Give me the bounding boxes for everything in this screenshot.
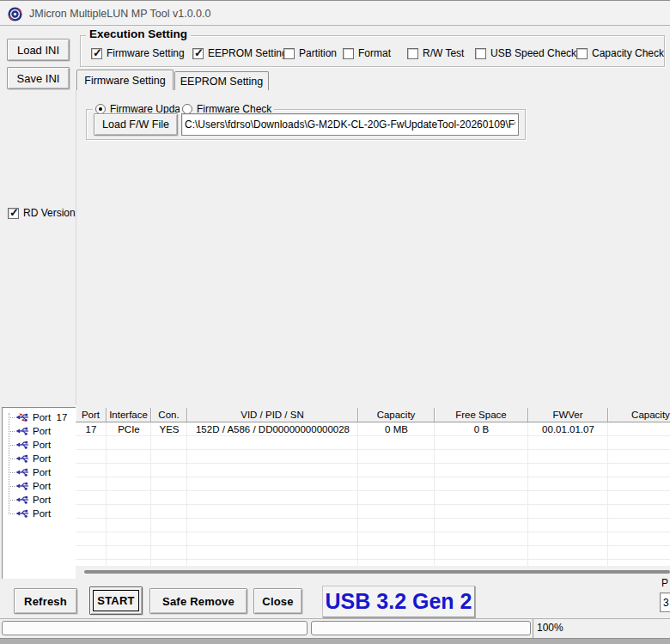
port-tree-panel: Port 17 Port Port — [2, 407, 76, 579]
tree-branch-line — [9, 417, 15, 418]
port-tree-item-label: Port — [33, 453, 51, 464]
device-table: Port Interface Con. VID / PID / SN Capac… — [76, 408, 670, 566]
checkbox-box — [475, 48, 486, 59]
load-ini-button[interactable]: Load INI — [7, 39, 70, 61]
checkbox-box — [407, 48, 418, 59]
usb-icon — [15, 467, 29, 477]
checkbox-box — [343, 48, 354, 59]
rd-version-checkbox[interactable]: RD Version — [8, 207, 76, 219]
exec-checkbox-firmware-setting[interactable]: Firmware Setting — [91, 47, 185, 59]
port-tree-item[interactable]: Port — [3, 438, 76, 452]
usb-icon — [15, 495, 29, 505]
window-bottom-edge — [0, 638, 670, 644]
safe-remove-button[interactable]: Safe Remove — [149, 588, 247, 614]
device-table-body: 17 PCIe YES 152D / A586 / DD000000000000… — [76, 422, 670, 566]
port-tree-item-label: Port — [33, 481, 51, 491]
port-tree-item-17[interactable]: Port 17 — [3, 410, 76, 424]
execution-setting-title: Execution Setting — [86, 27, 191, 40]
port-tree-item-label: Port — [33, 467, 51, 477]
column-header-vid-pid-sn[interactable]: VID / PID / SN — [187, 408, 358, 422]
port-tree-item-label: Port — [33, 426, 51, 436]
progress-bar-current — [311, 621, 531, 635]
cell-port: 17 — [76, 422, 107, 436]
tab-page-border — [76, 90, 76, 404]
port-tree-item-label: Port 17 — [33, 412, 67, 422]
cell-fwver: 00.01.01.07 — [528, 422, 608, 436]
checkbox-label: Format — [358, 47, 391, 59]
port-tree-item-label: Port — [33, 508, 51, 519]
column-header-fwver[interactable]: FWVer — [528, 408, 608, 422]
fw-file-path-input[interactable] — [181, 113, 519, 136]
save-ini-button[interactable]: Save INI — [7, 67, 70, 89]
exec-checkbox-partition[interactable]: Partition — [283, 47, 337, 59]
start-button[interactable]: START — [89, 586, 143, 615]
tree-branch-line — [9, 472, 15, 473]
port-tree-item-label: Port — [33, 440, 51, 450]
jmicron-logo-icon — [8, 7, 22, 21]
usb-icon — [15, 508, 29, 519]
tab-firmware-setting[interactable]: Firmware Setting — [76, 70, 174, 90]
port-tree-item[interactable]: Port — [3, 452, 76, 465]
checkbox-box — [192, 48, 204, 59]
tree-branch-line — [9, 500, 15, 501]
title-bar[interactable]: JMicron MultipleLUN MP Tool v1.0.0.0 — [0, 2, 670, 26]
load-fw-file-button[interactable]: Load F/W File — [94, 113, 178, 136]
usb-connected-icon — [15, 412, 29, 422]
progress-percent-text: 100% — [537, 621, 563, 635]
exec-checkbox-capacity-check[interactable]: Capacity Check — [576, 47, 664, 59]
tab-eeprom-setting[interactable]: EEPROM Setting — [174, 71, 269, 90]
checkbox-box — [283, 48, 295, 59]
port-tree-item[interactable]: Port — [3, 479, 76, 493]
table-gridlines — [76, 422, 670, 566]
column-header-port[interactable]: Port — [76, 408, 107, 422]
checkbox-box — [576, 48, 588, 59]
tree-branch-line — [9, 513, 15, 514]
cell-interface: PCIe — [107, 422, 151, 436]
window-title: JMicron MultipleLUN MP Tool v1.0.0.0 — [29, 2, 210, 26]
column-header-free-space[interactable]: Free Space — [435, 408, 528, 422]
statusbar-divider — [533, 619, 533, 638]
cell-vid-pid-sn: 152D / A586 / DD00000000000028 — [187, 422, 358, 436]
checkbox-label: EEPROM Setting — [208, 47, 288, 59]
port-spinner-input[interactable] — [660, 592, 670, 612]
port-tree-item[interactable]: Port — [3, 507, 76, 520]
usb-speed-badge: USB 3.2 Gen 2 — [322, 586, 475, 617]
tree-branch-line — [9, 459, 15, 459]
port-tree-item[interactable]: Port — [3, 465, 76, 479]
app-window: JMicron MultipleLUN MP Tool v1.0.0.0 Loa… — [0, 0, 670, 644]
exec-checkbox-format[interactable]: Format — [343, 47, 391, 59]
checkbox-label: R/W Test — [423, 47, 464, 59]
usb-icon — [15, 481, 29, 491]
close-button[interactable]: Close — [253, 588, 302, 614]
cell-capacity: 0 MB — [358, 422, 435, 436]
checkbox-label: Partition — [299, 47, 337, 59]
checkbox-label: USB Speed Check — [490, 47, 576, 59]
tree-branch-line — [9, 431, 15, 432]
refresh-button[interactable]: Refresh — [14, 588, 77, 614]
exec-checkbox-rw-test[interactable]: R/W Test — [407, 47, 464, 59]
tree-branch-line — [9, 445, 15, 446]
port-tree-item-label: Port — [33, 495, 51, 505]
checkbox-label: Firmware Setting — [107, 47, 185, 59]
checkbox-label: Capacity Check — [592, 47, 664, 59]
column-header-interface[interactable]: Interface — [107, 408, 151, 422]
checkbox-box — [8, 208, 19, 219]
usb-icon — [15, 453, 29, 464]
usb-icon — [15, 440, 29, 450]
horizontal-scrollbar-thumb[interactable] — [84, 570, 670, 574]
column-header-capacity[interactable]: Capacity — [358, 408, 435, 422]
column-header-con[interactable]: Con. — [151, 408, 187, 422]
port-spinner-label: P — [661, 577, 668, 589]
exec-checkbox-usb-speed-check[interactable]: USB Speed Check — [475, 47, 576, 59]
exec-checkbox-eeprom-setting[interactable]: EEPROM Setting — [192, 47, 288, 59]
port-tree-item[interactable]: Port — [3, 424, 76, 438]
device-table-header: Port Interface Con. VID / PID / SN Capac… — [76, 408, 670, 422]
rd-version-label: RD Version — [23, 207, 76, 219]
column-header-capacity-check[interactable]: Capacity Chec — [608, 408, 670, 422]
cell-con: YES — [151, 422, 187, 436]
progress-bar-total — [2, 621, 308, 635]
cell-free-space: 0 B — [435, 422, 528, 436]
port-tree-item[interactable]: Port — [3, 493, 76, 507]
statusbar-separator — [0, 618, 670, 619]
table-row[interactable]: 17 PCIe YES 152D / A586 / DD000000000000… — [76, 422, 670, 436]
